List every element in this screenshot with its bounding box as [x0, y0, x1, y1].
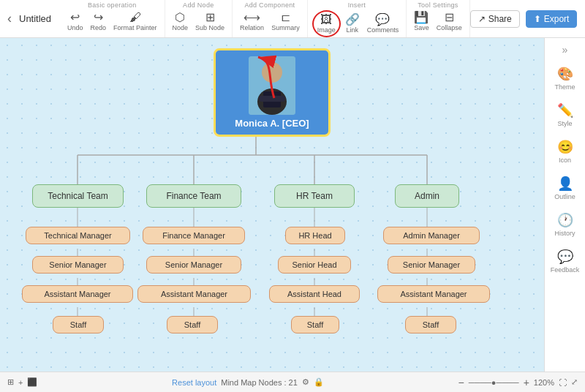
- history-icon: 🕐: [557, 212, 573, 228]
- sub-node-hr-4[interactable]: Staff: [291, 316, 339, 333]
- sub-node-hr-2[interactable]: Senior Head: [278, 256, 351, 274]
- node-icon: ⬡: [175, 12, 185, 23]
- finance-mgr-label: Finance Manager: [162, 231, 225, 240]
- right-panel-theme[interactable]: 🎨 Theme: [545, 61, 585, 95]
- back-button[interactable]: ‹: [3, 11, 16, 26]
- collapse-button[interactable]: ⊟ Collapse: [434, 10, 465, 33]
- toolbar-group-toolsettings: Tool Settings 💾 Save ⊟ Collapse: [407, 0, 470, 37]
- comments-button[interactable]: 💬 Comments: [364, 12, 402, 35]
- right-panel-style[interactable]: ✏️ Style: [545, 98, 585, 132]
- sub-node-tech-3[interactable]: Assistant Manager: [22, 285, 133, 303]
- image-button[interactable]: 🖼 Image: [312, 10, 341, 37]
- tech-mgr-label: Technical Manager: [44, 231, 111, 240]
- undo-button[interactable]: ↩ Undo: [64, 10, 86, 33]
- zoom-slider[interactable]: ────●────: [469, 378, 519, 387]
- branch-node-hr[interactable]: HR Team: [274, 184, 355, 208]
- redo-button[interactable]: ↪ Redo: [88, 10, 110, 33]
- branch-node-finance[interactable]: Finance Team: [146, 184, 241, 208]
- finance-sr-label: Senior Manager: [165, 260, 222, 269]
- save-icon: 💾: [414, 12, 429, 23]
- sub-node-admin-2[interactable]: Senior Manager: [388, 256, 475, 274]
- main-area: Monica A. [CEO] Technical Team Technical…: [0, 38, 585, 372]
- comments-icon: 💬: [375, 14, 390, 26]
- fullscreen-button[interactable]: ⛶: [559, 378, 567, 387]
- icon-panel-icon: 😊: [557, 139, 573, 155]
- undo-label: Undo: [67, 24, 83, 31]
- settings-icon[interactable]: ⚙: [302, 377, 309, 387]
- toolbar-group-addnode: Add Node ⬡ Node ⊞ Sub Node: [165, 0, 233, 37]
- sub-node-tech-2[interactable]: Senior Manager: [32, 256, 124, 274]
- finance-staff-label: Staff: [184, 320, 200, 329]
- zoom-minus-button[interactable]: −: [458, 377, 464, 388]
- export-label: Export: [544, 14, 570, 24]
- admin-staff-label: Staff: [423, 320, 439, 329]
- toolbar: ‹ Untitled Basic operation ↩ Undo ↪ Redo…: [0, 0, 585, 38]
- sub-node-tech-4[interactable]: Staff: [53, 316, 104, 333]
- statusbar-icon3[interactable]: ⬛: [27, 377, 37, 387]
- toolbar-group-basic: Basic operation ↩ Undo ↪ Redo 🖌 Format P…: [60, 0, 165, 37]
- relation-button[interactable]: ⟷ Relation: [237, 10, 267, 33]
- icon-label: Icon: [559, 157, 571, 164]
- lock-icon[interactable]: 🔒: [314, 377, 324, 387]
- right-panel-history[interactable]: 🕐 History: [545, 208, 585, 241]
- right-panel-icon[interactable]: 😊 Icon: [545, 135, 585, 168]
- sub-node-hr-3[interactable]: Assistant Head: [269, 285, 360, 303]
- hr-head-label: HR Head: [298, 231, 331, 240]
- finance-team-label: Finance Team: [166, 191, 221, 201]
- format-painter-icon: 🖌: [129, 12, 141, 23]
- statusbar-center: Reset layout Mind Map Nodes : 21 ⚙ 🔒: [43, 377, 452, 387]
- export-button[interactable]: ⬆ Export: [526, 10, 578, 28]
- branch-node-admin[interactable]: Admin: [395, 184, 459, 208]
- statusbar-icon2[interactable]: +: [18, 378, 23, 387]
- format-painter-button[interactable]: 🖌 Format Painter: [110, 10, 160, 33]
- toolbar-right: ↗ Share ⬆ Export: [470, 10, 584, 28]
- admin-sr-label: Senior Manager: [403, 260, 460, 269]
- statusbar-icon1[interactable]: ⊞: [7, 377, 14, 387]
- sub-node-finance-1[interactable]: Finance Manager: [143, 227, 245, 244]
- canvas[interactable]: Monica A. [CEO] Technical Team Technical…: [0, 38, 544, 372]
- group-label-insert: Insert: [348, 1, 366, 9]
- summary-label: Summary: [271, 24, 300, 31]
- expand-button[interactable]: ⤢: [571, 377, 578, 387]
- right-panel-collapse-button[interactable]: »: [562, 44, 568, 56]
- branch-node-tech[interactable]: Technical Team: [32, 184, 124, 208]
- theme-label: Theme: [554, 83, 575, 91]
- right-panel-feedback[interactable]: 💬 Feedback: [545, 244, 585, 278]
- sub-node-admin-3[interactable]: Assistant Manager: [377, 285, 490, 303]
- node-label: Node: [173, 24, 189, 31]
- share-button[interactable]: ↗ Share: [470, 10, 520, 28]
- save-button[interactable]: 💾 Save: [411, 10, 432, 33]
- reset-layout-button[interactable]: Reset layout: [172, 378, 216, 387]
- admin-mgr-label: Admin Manager: [403, 231, 460, 240]
- link-button[interactable]: 🔗 Link: [342, 12, 363, 35]
- zoom-level: 120%: [534, 378, 554, 387]
- node-button[interactable]: ⬡ Node: [170, 10, 192, 33]
- hr-sr-label: Senior Head: [292, 260, 336, 269]
- sub-node-hr-1[interactable]: HR Head: [285, 227, 345, 244]
- subnode-icon: ⊞: [205, 12, 215, 23]
- history-label: History: [554, 230, 575, 237]
- tech-staff-label: Staff: [70, 320, 86, 329]
- sub-node-finance-4[interactable]: Staff: [167, 316, 218, 333]
- save-label: Save: [414, 24, 429, 31]
- ceo-photo: [249, 56, 295, 115]
- subnode-button[interactable]: ⊞ Sub Node: [192, 10, 227, 33]
- collapse-icon: ⊟: [445, 12, 454, 23]
- image-label: Image: [317, 26, 336, 34]
- hr-staff-label: Staff: [307, 320, 323, 329]
- tech-sr-label: Senior Manager: [49, 260, 106, 269]
- toolbar-items-addcomponent: ⟷ Relation ⊏ Summary: [237, 10, 303, 33]
- format-painter-label: Format Painter: [113, 24, 157, 31]
- doc-title[interactable]: Untitled: [16, 13, 60, 24]
- sub-node-finance-3[interactable]: Assistant Manager: [137, 285, 251, 303]
- zoom-plus-button[interactable]: +: [524, 377, 529, 388]
- sub-node-finance-2[interactable]: Senior Manager: [146, 256, 241, 274]
- right-panel-outline[interactable]: 👤 Outline: [545, 171, 585, 205]
- toolbar-items-addnode: ⬡ Node ⊞ Sub Node: [170, 10, 228, 33]
- sub-node-tech-1[interactable]: Technical Manager: [26, 227, 130, 244]
- summary-button[interactable]: ⊏ Summary: [268, 10, 303, 33]
- ceo-node[interactable]: Monica A. [CEO]: [214, 48, 331, 137]
- sub-node-admin-1[interactable]: Admin Manager: [383, 227, 480, 244]
- sub-node-admin-4[interactable]: Staff: [405, 316, 456, 333]
- svg-point-23: [262, 62, 282, 83]
